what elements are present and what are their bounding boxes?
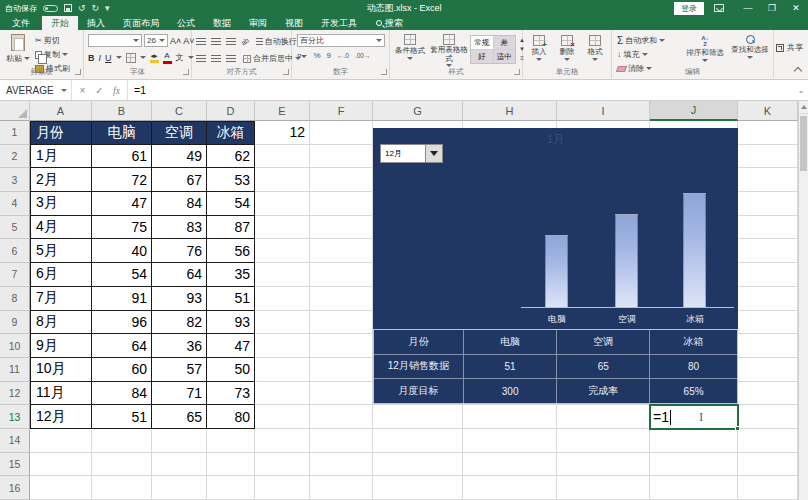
cell-E8[interactable] — [255, 287, 310, 311]
sort-filter-button[interactable]: A↓Z 排序和筛选 — [684, 35, 726, 62]
styles-dialog-launcher[interactable] — [514, 69, 520, 75]
cell-D13[interactable]: 80 — [207, 405, 255, 429]
borders-icon[interactable] — [126, 53, 136, 63]
cell-E16[interactable] — [255, 476, 310, 500]
cell-D1[interactable]: 冰箱 — [207, 121, 255, 145]
italic-icon[interactable]: I — [99, 53, 102, 63]
cell-C2[interactable]: 49 — [152, 145, 207, 169]
search-box[interactable]: 搜索 — [376, 16, 403, 30]
cell-E9[interactable] — [255, 311, 310, 335]
cell-E2[interactable] — [255, 145, 310, 169]
cell-A16[interactable] — [30, 476, 92, 500]
scroll-up-icon[interactable] — [799, 101, 808, 114]
cell-K13[interactable] — [738, 405, 798, 429]
fill-color-icon[interactable]: ◂▸ — [150, 52, 159, 63]
cell-F3[interactable] — [310, 168, 373, 192]
cell-D10[interactable]: 47 — [207, 334, 255, 358]
cell-E1[interactable]: 12 — [255, 121, 310, 145]
cell-B2[interactable]: 61 — [92, 145, 152, 169]
cell-D8[interactable]: 51 — [207, 287, 255, 311]
bar-电脑[interactable] — [545, 235, 568, 308]
cell-J16[interactable] — [650, 476, 738, 500]
cell-I13[interactable] — [557, 405, 650, 429]
style-bad[interactable]: 差 — [494, 36, 516, 49]
cell-C14[interactable] — [152, 429, 207, 453]
month-dropdown-button[interactable] — [426, 144, 443, 163]
cell-C9[interactable]: 82 — [152, 311, 207, 335]
cell-D3[interactable]: 53 — [207, 168, 255, 192]
cell-H14[interactable] — [463, 429, 557, 453]
cell-K16[interactable] — [738, 476, 798, 500]
cell-B4[interactable]: 47 — [92, 192, 152, 216]
cell-K9[interactable] — [738, 311, 798, 335]
column-header-J[interactable]: J — [650, 101, 738, 121]
row-header-1[interactable]: 1 — [0, 121, 30, 145]
column-header-C[interactable]: C — [152, 101, 207, 121]
row-header-6[interactable]: 6 — [0, 239, 30, 263]
cell-A7[interactable]: 6月 — [30, 263, 92, 287]
active-cell-editor[interactable]: =1 I — [649, 404, 739, 430]
cell-K4[interactable] — [738, 192, 798, 216]
sign-in-button[interactable]: 登录 — [674, 2, 704, 15]
cell-A10[interactable]: 9月 — [30, 334, 92, 358]
minimize-button[interactable]: — — [736, 3, 760, 13]
borders-dropdown-icon[interactable] — [140, 56, 146, 59]
find-select-button[interactable]: 查找和选择 — [728, 35, 772, 59]
cell-B10[interactable]: 64 — [92, 334, 152, 358]
align-right-icon[interactable] — [226, 55, 236, 63]
align-bottom-icon[interactable] — [226, 38, 236, 46]
conditional-formatting-button[interactable]: 条件格式 — [392, 34, 428, 60]
underline-dropdown-icon[interactable] — [116, 56, 122, 59]
cell-E12[interactable] — [255, 382, 310, 406]
cell-F15[interactable] — [310, 453, 373, 477]
cell-A1[interactable]: 月份 — [30, 121, 92, 145]
fill-handle[interactable] — [735, 426, 740, 431]
cell-E15[interactable] — [255, 453, 310, 477]
cell-E3[interactable] — [255, 168, 310, 192]
font-color-icon[interactable]: A — [163, 52, 172, 64]
cell-E11[interactable] — [255, 358, 310, 382]
vertical-scrollbar[interactable] — [798, 101, 808, 500]
row-header-14[interactable]: 14 — [0, 429, 30, 453]
cell-F9[interactable] — [310, 311, 373, 335]
cell-B15[interactable] — [92, 453, 152, 477]
cell-F16[interactable] — [310, 476, 373, 500]
dynamic-chart[interactable]: 1月 12月 月份电脑空调冰箱12月销售数据516580月度目标300完成率65… — [373, 128, 738, 404]
cell-K5[interactable] — [738, 216, 798, 240]
row-header-8[interactable]: 8 — [0, 287, 30, 311]
undo-icon[interactable]: ↺ — [78, 4, 86, 13]
cell-D9[interactable]: 93 — [207, 311, 255, 335]
cell-A15[interactable] — [30, 453, 92, 477]
cell-H16[interactable] — [463, 476, 557, 500]
cell-K10[interactable] — [738, 334, 798, 358]
autosave-toggle[interactable] — [43, 5, 58, 12]
insert-cells-button[interactable]: + 插入 — [527, 35, 551, 61]
tab-审阅[interactable]: 审阅 — [240, 16, 276, 30]
column-header-I[interactable]: I — [557, 101, 650, 121]
cell-B16[interactable] — [92, 476, 152, 500]
formula-input[interactable]: =1 — [128, 80, 794, 100]
scrollbar-thumb[interactable] — [800, 116, 807, 171]
cell-K6[interactable] — [738, 239, 798, 263]
column-header-F[interactable]: F — [310, 101, 373, 121]
ribbon-display-options-icon[interactable] — [714, 4, 724, 12]
cell-D7[interactable]: 35 — [207, 263, 255, 287]
cell-E4[interactable] — [255, 192, 310, 216]
align-top-icon[interactable] — [196, 38, 206, 46]
cell-A2[interactable]: 1月 — [30, 145, 92, 169]
cell-A14[interactable] — [30, 429, 92, 453]
close-button[interactable]: ✕ — [784, 3, 808, 13]
format-cells-button[interactable]: 格式 — [583, 35, 607, 61]
clipboard-dialog-launcher[interactable] — [75, 69, 81, 75]
font-name-combo[interactable] — [88, 34, 142, 47]
cell-G16[interactable] — [373, 476, 463, 500]
number-dialog-launcher[interactable] — [381, 69, 387, 75]
insert-function-icon[interactable]: fx — [108, 85, 125, 96]
cell-K8[interactable] — [738, 287, 798, 311]
percent-style-icon[interactable]: % — [313, 51, 320, 60]
cell-K14[interactable] — [738, 429, 798, 453]
column-header-H[interactable]: H — [463, 101, 557, 121]
cell-B11[interactable]: 60 — [92, 358, 152, 382]
row-header-3[interactable]: 3 — [0, 168, 30, 192]
cell-E7[interactable] — [255, 263, 310, 287]
